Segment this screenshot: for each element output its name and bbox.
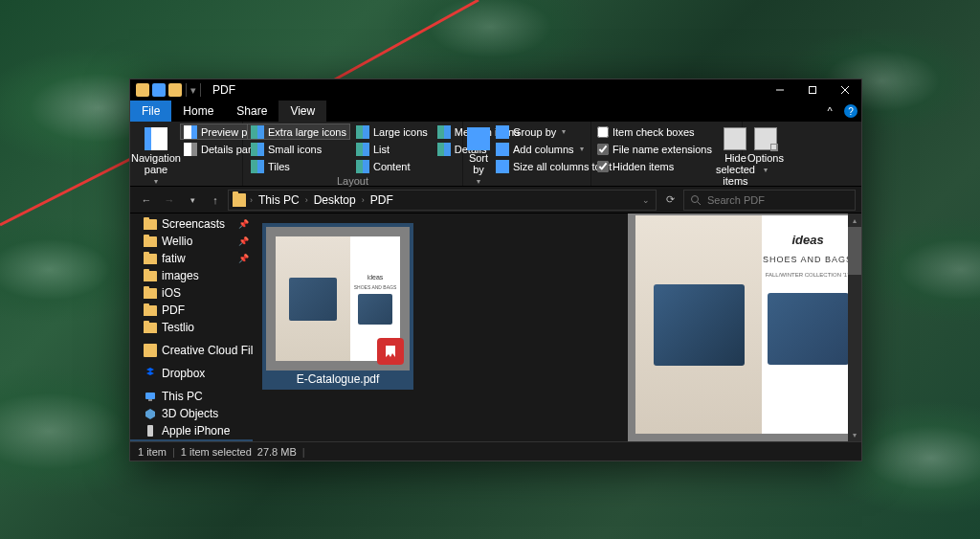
titlebar: ▾ PDF [130,79,861,101]
nav-item-label: Creative Cloud Files [162,344,253,357]
chevron-right-icon[interactable]: › [360,195,367,205]
collapse-ribbon-icon[interactable]: ^ [819,101,840,122]
qat-newfolder-icon[interactable] [168,83,182,97]
minimize-button[interactable] [764,79,796,101]
options-button[interactable]: Options ▾ [746,124,785,174]
nav-item[interactable]: iOS [130,284,253,302]
nav-item[interactable]: Apple iPhone [130,422,253,439]
breadcrumb[interactable]: › This PC › Desktop › PDF ⌄ [228,190,657,211]
svg-rect-10 [147,425,153,437]
file-list[interactable]: ideas SHOES AND BAGS E-Catalogue.pdf [253,213,628,441]
group-label: Layout [247,174,458,188]
status-selected: 1 item selected [181,446,252,458]
folder-icon [144,269,157,282]
file-item[interactable]: ideas SHOES AND BAGS E-Catalogue.pdf [262,223,413,390]
svg-rect-9 [148,399,152,401]
nav-item[interactable]: images [130,267,253,284]
back-button[interactable]: ← [136,190,157,211]
window-title: PDF [212,83,235,97]
search-input[interactable]: Search PDF [683,190,856,211]
folder-icon [144,217,157,231]
navigation-pane[interactable]: Screencasts📌Wellio📌fatiw📌imagesiOSPDFTes… [130,213,253,441]
preview-vscrollbar[interactable]: ▴ ▾ [848,213,861,441]
preview-pane: ideas SHOES AND BAGS FALL/WINTER COLLECT… [628,213,861,441]
folder-icon [136,83,149,97]
nav-item-label: 3D Objects [162,407,218,420]
chevron-right-icon[interactable]: › [248,195,255,205]
nav-item-label: iOS [162,286,181,300]
3d-icon [144,407,157,420]
search-icon [690,194,702,206]
svg-rect-3 [810,87,816,94]
nav-item[interactable]: fatiw📌 [130,250,253,267]
maximize-button[interactable] [796,79,829,101]
pin-icon: 📌 [238,254,249,263]
refresh-button[interactable]: ⟳ [658,190,681,211]
tab-share[interactable]: Share [225,101,278,122]
scroll-up-icon: ▴ [848,213,861,227]
nav-item-label: fatiw [162,252,186,265]
iphone-icon [144,424,157,438]
nav-item-label: Wellio [162,235,192,248]
tab-home[interactable]: Home [171,101,225,122]
close-button[interactable] [829,79,861,101]
forward-button[interactable]: → [159,190,180,211]
recent-locations-button[interactable]: ▾ [182,190,203,211]
qat-properties-icon[interactable] [152,83,166,97]
item-check-boxes[interactable]: Item check boxes [595,124,714,140]
pin-icon: 📌 [238,219,249,229]
file-name: E-Catalogue.pdf [297,372,380,386]
nav-item[interactable]: 3D Objects [130,405,253,422]
breadcrumb-part[interactable]: Desktop [312,193,358,207]
status-size: 27.8 MB [257,446,297,458]
tab-view[interactable]: View [278,101,326,122]
nav-item-label: images [162,269,199,282]
navigation-pane-button[interactable]: Navigation pane ▾ [134,124,178,186]
ribbon-tabs: File Home Share View ^ ? [130,101,861,122]
folder-icon [144,252,157,265]
nav-item-label: Dropbox [162,367,205,380]
layout-tiles[interactable]: Tiles [247,158,350,174]
folder-icon [144,286,157,300]
address-bar-row: ← → ▾ ↑ › This PC › Desktop › PDF ⌄ ⟳ Se… [130,187,861,213]
dropbox-icon [144,367,157,380]
scroll-down-icon: ▾ [848,428,861,441]
nav-item[interactable]: Creative Cloud Files [130,342,253,359]
nav-item[interactable]: Wellio📌 [130,233,253,250]
status-count: 1 item [138,446,167,458]
up-button[interactable]: ↑ [205,190,226,211]
layout-extra-large[interactable]: Extra large icons [247,124,350,140]
sort-by-button[interactable]: Sort by ▾ [467,124,490,186]
chevron-down-icon[interactable]: ⌄ [640,195,652,205]
help-button[interactable]: ? [840,101,861,122]
svg-line-7 [698,202,701,205]
layout-large[interactable]: Large icons [352,124,432,140]
nav-item[interactable]: Testlio [130,319,253,336]
nav-item[interactable]: Dropbox [130,365,253,382]
tab-file[interactable]: File [130,101,171,122]
qat-dropdown-icon[interactable]: ▾ [190,84,196,97]
layout-small[interactable]: Small icons [247,141,350,157]
nav-item[interactable]: PDF [130,302,253,319]
layout-list[interactable]: List [352,141,432,157]
nav-item-label: This PC [162,390,203,403]
layout-content[interactable]: Content [352,158,432,174]
preview-content: ideas SHOES AND BAGS FALL/WINTER COLLECT… [635,215,854,434]
pdf-badge-icon [377,338,404,365]
pc-icon [144,390,157,403]
file-name-extensions[interactable]: File name extensions [595,141,714,157]
ribbon: Navigation pane ▾ Preview pane Details p… [130,122,861,187]
chevron-right-icon[interactable]: › [303,195,310,205]
status-bar: 1 item | 1 item selected 27.8 MB | [130,441,861,460]
nav-item[interactable]: This PC [130,388,253,405]
breadcrumb-part[interactable]: This PC [256,193,301,207]
nav-item[interactable]: Screencasts📌 [130,215,253,233]
nav-item-label: Screencasts [162,217,225,231]
breadcrumb-part[interactable]: PDF [368,193,395,207]
nav-item-label: PDF [162,303,185,317]
folder-icon [144,321,157,334]
hidden-items[interactable]: Hidden items [595,158,714,174]
folder-icon [144,235,157,248]
pin-icon: 📌 [238,236,249,246]
nav-item-label: Apple iPhone [162,424,230,438]
